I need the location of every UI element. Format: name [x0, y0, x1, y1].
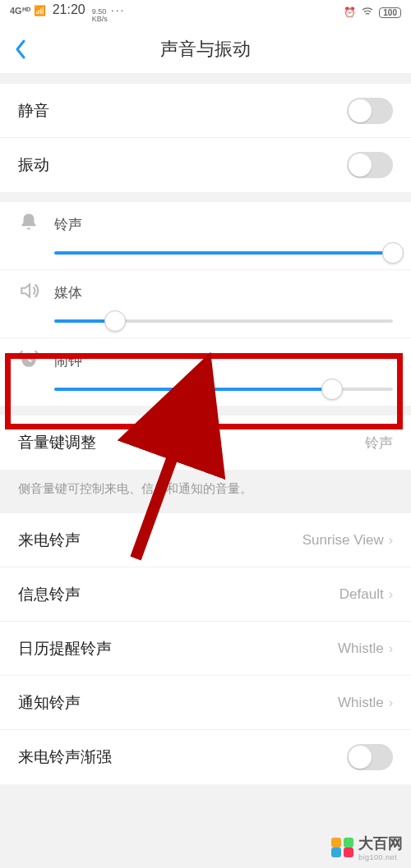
volume-key-label: 音量键调整 [18, 432, 96, 453]
media-slider[interactable] [54, 319, 393, 323]
vibrate-row[interactable]: 振动 [0, 138, 411, 192]
alarm-slider-label: 闹钟 [54, 351, 82, 370]
section-gap [0, 74, 411, 84]
volume-key-value: 铃声 [365, 434, 393, 452]
back-button[interactable] [0, 25, 41, 74]
clock-time: 21:20 [53, 2, 85, 17]
status-left: 4Gᴴᴰ 📶 21:20 9.50 KB/s ··· [10, 2, 125, 23]
volume-key-desc: 侧音量键可控制来电、信息和通知的音量。 [0, 470, 411, 513]
watermark-text: 大百网 [358, 835, 403, 852]
vibrate-label: 振动 [18, 154, 49, 176]
speaker-icon [18, 280, 39, 305]
nav-header: 声音与振动 [0, 25, 411, 74]
battery-indicator: 100 [379, 7, 401, 18]
incoming-ringtone-value: Sunrise View [302, 532, 384, 549]
watermark-logo-icon [331, 838, 353, 857]
section-gap [0, 406, 411, 416]
chevron-right-icon: › [389, 533, 393, 548]
data-rate: 9.50 KB/s [92, 8, 108, 23]
notify-ringtone-row[interactable]: 通知铃声 Whistle › [0, 676, 411, 730]
message-ringtone-row[interactable]: 信息铃声 Default › [0, 567, 411, 622]
mute-toggle[interactable] [347, 98, 393, 124]
more-indicator: ··· [111, 3, 126, 16]
section-gap [0, 192, 411, 202]
signal-bars-icon: 📶 [34, 5, 46, 16]
calendar-ringtone-row[interactable]: 日历提醒铃声 Whistle › [0, 622, 411, 676]
ringtone-slider[interactable] [54, 251, 393, 255]
chevron-right-icon: › [389, 641, 393, 656]
watermark: 大百网 big100.net [331, 834, 403, 861]
alarm-slider-thumb[interactable] [321, 379, 343, 400]
ascending-ringtone-row[interactable]: 来电铃声渐强 [0, 730, 411, 784]
notify-ringtone-value: Whistle [338, 695, 384, 711]
incoming-ringtone-row[interactable]: 来电铃声 Sunrise View › [0, 513, 411, 567]
bell-icon [18, 212, 39, 237]
media-slider-thumb[interactable] [104, 310, 126, 332]
alarm-icon: ⏰ [344, 7, 356, 18]
chevron-right-icon: › [389, 587, 393, 602]
ascending-ringtone-label: 来电铃声渐强 [18, 746, 112, 768]
alarm-slider[interactable] [54, 388, 393, 391]
chevron-right-icon: › [389, 696, 393, 710]
message-ringtone-value: Default [339, 586, 384, 603]
media-slider-label: 媒体 [54, 283, 82, 302]
notify-ringtone-label: 通知铃声 [18, 692, 81, 714]
alarm-slider-row: 闹钟 [0, 338, 411, 406]
clock-icon [18, 348, 39, 373]
vibrate-toggle[interactable] [347, 152, 393, 178]
page-title: 声音与振动 [0, 37, 411, 62]
status-bar: 4Gᴴᴰ 📶 21:20 9.50 KB/s ··· ⏰ 100 [0, 0, 411, 25]
wifi-icon [361, 5, 374, 21]
ringtone-slider-label: 铃声 [54, 215, 82, 234]
message-ringtone-label: 信息铃声 [18, 584, 81, 605]
calendar-ringtone-value: Whistle [338, 641, 384, 657]
mute-row[interactable]: 静音 [0, 84, 411, 138]
ringtone-slider-row: 铃声 [0, 202, 411, 270]
status-right: ⏰ 100 [344, 5, 401, 21]
incoming-ringtone-label: 来电铃声 [18, 530, 81, 551]
volume-key-row[interactable]: 音量键调整 铃声 [0, 416, 411, 470]
calendar-ringtone-label: 日历提醒铃声 [18, 638, 112, 659]
mute-label: 静音 [18, 100, 49, 122]
ascending-ringtone-toggle[interactable] [347, 744, 393, 770]
ringtone-slider-thumb[interactable] [382, 242, 404, 264]
network-indicator: 4Gᴴᴰ [10, 6, 30, 16]
media-slider-row: 媒体 [0, 270, 411, 338]
watermark-url: big100.net [358, 853, 403, 861]
